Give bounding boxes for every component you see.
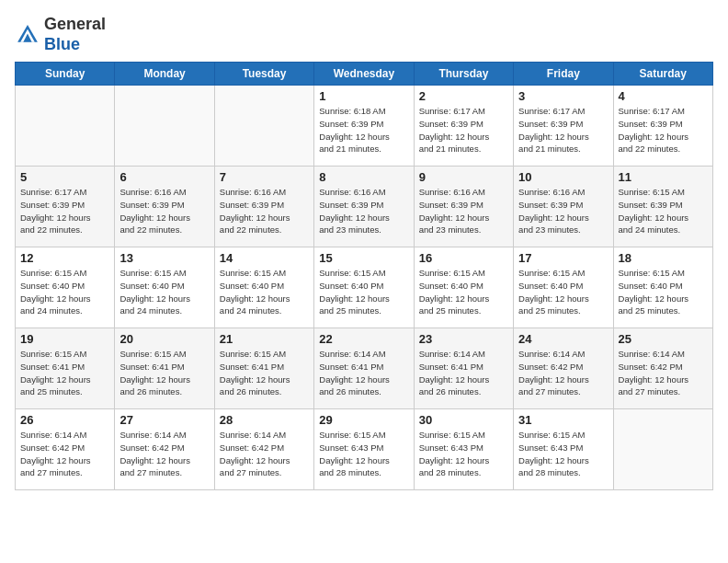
calendar-cell: 21Sunrise: 6:15 AM Sunset: 6:41 PM Dayli…: [214, 328, 313, 409]
day-number: 15: [319, 251, 408, 265]
day-info: Sunrise: 6:17 AM Sunset: 6:39 PM Dayligh…: [518, 105, 608, 155]
logo-blue-text: Blue: [44, 35, 80, 53]
day-number: 9: [419, 170, 508, 184]
day-number: 18: [619, 251, 708, 265]
calendar-cell: 20Sunrise: 6:15 AM Sunset: 6:41 PM Dayli…: [115, 328, 214, 409]
day-number: 20: [119, 332, 209, 346]
day-info: Sunrise: 6:15 AM Sunset: 6:40 PM Dayligh…: [20, 267, 109, 317]
calendar-cell: 26Sunrise: 6:14 AM Sunset: 6:42 PM Dayli…: [16, 409, 115, 490]
day-info: Sunrise: 6:15 AM Sunset: 6:41 PM Dayligh…: [119, 348, 209, 398]
day-info: Sunrise: 6:15 AM Sunset: 6:43 PM Dayligh…: [518, 429, 608, 479]
day-number: 23: [419, 332, 508, 346]
day-info: Sunrise: 6:14 AM Sunset: 6:41 PM Dayligh…: [319, 348, 408, 398]
day-info: Sunrise: 6:15 AM Sunset: 6:40 PM Dayligh…: [319, 267, 408, 317]
day-header-thursday: Thursday: [414, 63, 513, 86]
day-info: Sunrise: 6:15 AM Sunset: 6:43 PM Dayligh…: [419, 429, 508, 479]
calendar-cell: [115, 86, 214, 167]
day-number: 10: [518, 170, 608, 184]
day-info: Sunrise: 6:15 AM Sunset: 6:41 PM Dayligh…: [20, 348, 109, 398]
calendar-cell: 23Sunrise: 6:14 AM Sunset: 6:41 PM Dayli…: [414, 328, 513, 409]
day-info: Sunrise: 6:18 AM Sunset: 6:39 PM Dayligh…: [319, 105, 408, 155]
calendar-cell: 27Sunrise: 6:14 AM Sunset: 6:42 PM Dayli…: [115, 409, 214, 490]
calendar-cell: 16Sunrise: 6:15 AM Sunset: 6:40 PM Dayli…: [414, 247, 513, 328]
day-number: 16: [419, 251, 508, 265]
day-info: Sunrise: 6:16 AM Sunset: 6:39 PM Dayligh…: [518, 186, 608, 236]
day-number: 19: [20, 332, 109, 346]
day-number: 12: [20, 251, 109, 265]
day-number: 8: [319, 170, 408, 184]
calendar-cell: 11Sunrise: 6:15 AM Sunset: 6:39 PM Dayli…: [613, 167, 712, 247]
day-info: Sunrise: 6:15 AM Sunset: 6:40 PM Dayligh…: [220, 267, 309, 317]
day-header-saturday: Saturday: [613, 63, 712, 86]
day-info: Sunrise: 6:15 AM Sunset: 6:40 PM Dayligh…: [619, 267, 708, 317]
day-info: Sunrise: 6:15 AM Sunset: 6:39 PM Dayligh…: [619, 186, 708, 236]
calendar-cell: 7Sunrise: 6:16 AM Sunset: 6:39 PM Daylig…: [214, 167, 313, 247]
calendar-week-row: 1Sunrise: 6:18 AM Sunset: 6:39 PM Daylig…: [16, 86, 713, 167]
day-number: 31: [518, 413, 608, 427]
day-header-monday: Monday: [115, 63, 214, 86]
calendar-cell: 24Sunrise: 6:14 AM Sunset: 6:42 PM Dayli…: [514, 328, 613, 409]
calendar-cell: [16, 86, 115, 167]
calendar-cell: 5Sunrise: 6:17 AM Sunset: 6:39 PM Daylig…: [16, 167, 115, 247]
calendar-cell: 8Sunrise: 6:16 AM Sunset: 6:39 PM Daylig…: [314, 167, 414, 247]
calendar-week-row: 12Sunrise: 6:15 AM Sunset: 6:40 PM Dayli…: [16, 247, 713, 328]
calendar-cell: 29Sunrise: 6:15 AM Sunset: 6:43 PM Dayli…: [314, 409, 414, 490]
logo-icon: [15, 22, 40, 48]
calendar-cell: 18Sunrise: 6:15 AM Sunset: 6:40 PM Dayli…: [613, 247, 712, 328]
calendar-cell: 31Sunrise: 6:15 AM Sunset: 6:43 PM Dayli…: [514, 409, 613, 490]
logo-general-text: General: [44, 15, 106, 33]
calendar-cell: 15Sunrise: 6:15 AM Sunset: 6:40 PM Dayli…: [314, 247, 414, 328]
calendar-cell: [214, 86, 313, 167]
day-info: Sunrise: 6:16 AM Sunset: 6:39 PM Dayligh…: [419, 186, 508, 236]
day-info: Sunrise: 6:14 AM Sunset: 6:42 PM Dayligh…: [518, 348, 608, 398]
day-number: 7: [220, 170, 309, 184]
day-number: 4: [619, 89, 708, 103]
day-header-tuesday: Tuesday: [214, 63, 313, 86]
calendar-cell: 14Sunrise: 6:15 AM Sunset: 6:40 PM Dayli…: [214, 247, 313, 328]
calendar-cell: 19Sunrise: 6:15 AM Sunset: 6:41 PM Dayli…: [16, 328, 115, 409]
calendar-table: SundayMondayTuesdayWednesdayThursdayFrid…: [15, 62, 713, 490]
calendar-cell: 17Sunrise: 6:15 AM Sunset: 6:40 PM Dayli…: [514, 247, 613, 328]
calendar-week-row: 26Sunrise: 6:14 AM Sunset: 6:42 PM Dayli…: [16, 409, 713, 490]
day-number: 28: [220, 413, 309, 427]
day-number: 14: [220, 251, 309, 265]
day-number: 21: [220, 332, 309, 346]
day-info: Sunrise: 6:15 AM Sunset: 6:43 PM Dayligh…: [319, 429, 408, 479]
day-info: Sunrise: 6:17 AM Sunset: 6:39 PM Dayligh…: [419, 105, 508, 155]
calendar-cell: 13Sunrise: 6:15 AM Sunset: 6:40 PM Dayli…: [115, 247, 214, 328]
day-info: Sunrise: 6:16 AM Sunset: 6:39 PM Dayligh…: [119, 186, 209, 236]
day-info: Sunrise: 6:15 AM Sunset: 6:40 PM Dayligh…: [518, 267, 608, 317]
day-number: 6: [119, 170, 209, 184]
day-number: 5: [20, 170, 109, 184]
day-info: Sunrise: 6:16 AM Sunset: 6:39 PM Dayligh…: [319, 186, 408, 236]
day-number: 2: [419, 89, 508, 103]
calendar-cell: 28Sunrise: 6:14 AM Sunset: 6:42 PM Dayli…: [214, 409, 313, 490]
calendar-cell: 1Sunrise: 6:18 AM Sunset: 6:39 PM Daylig…: [314, 86, 414, 167]
day-info: Sunrise: 6:15 AM Sunset: 6:40 PM Dayligh…: [419, 267, 508, 317]
calendar-cell: 30Sunrise: 6:15 AM Sunset: 6:43 PM Dayli…: [414, 409, 513, 490]
day-number: 25: [619, 332, 708, 346]
day-info: Sunrise: 6:16 AM Sunset: 6:39 PM Dayligh…: [220, 186, 309, 236]
calendar-cell: 25Sunrise: 6:14 AM Sunset: 6:42 PM Dayli…: [613, 328, 712, 409]
calendar-week-row: 5Sunrise: 6:17 AM Sunset: 6:39 PM Daylig…: [16, 167, 713, 247]
calendar-cell: 12Sunrise: 6:15 AM Sunset: 6:40 PM Dayli…: [16, 247, 115, 328]
calendar-cell: 22Sunrise: 6:14 AM Sunset: 6:41 PM Dayli…: [314, 328, 414, 409]
calendar-cell: 2Sunrise: 6:17 AM Sunset: 6:39 PM Daylig…: [414, 86, 513, 167]
day-header-friday: Friday: [514, 63, 613, 86]
page-header: General Blue: [15, 15, 713, 54]
day-number: 11: [619, 170, 708, 184]
day-header-wednesday: Wednesday: [314, 63, 414, 86]
day-number: 26: [20, 413, 109, 427]
day-info: Sunrise: 6:14 AM Sunset: 6:42 PM Dayligh…: [20, 429, 109, 479]
calendar-week-row: 19Sunrise: 6:15 AM Sunset: 6:41 PM Dayli…: [16, 328, 713, 409]
day-info: Sunrise: 6:15 AM Sunset: 6:40 PM Dayligh…: [119, 267, 209, 317]
day-number: 13: [119, 251, 209, 265]
day-number: 29: [319, 413, 408, 427]
day-number: 22: [319, 332, 408, 346]
calendar-cell: 4Sunrise: 6:17 AM Sunset: 6:39 PM Daylig…: [613, 86, 712, 167]
day-header-sunday: Sunday: [16, 63, 115, 86]
day-info: Sunrise: 6:17 AM Sunset: 6:39 PM Dayligh…: [20, 186, 109, 236]
calendar-cell: 3Sunrise: 6:17 AM Sunset: 6:39 PM Daylig…: [514, 86, 613, 167]
calendar-cell: 6Sunrise: 6:16 AM Sunset: 6:39 PM Daylig…: [115, 167, 214, 247]
day-info: Sunrise: 6:17 AM Sunset: 6:39 PM Dayligh…: [619, 105, 708, 155]
